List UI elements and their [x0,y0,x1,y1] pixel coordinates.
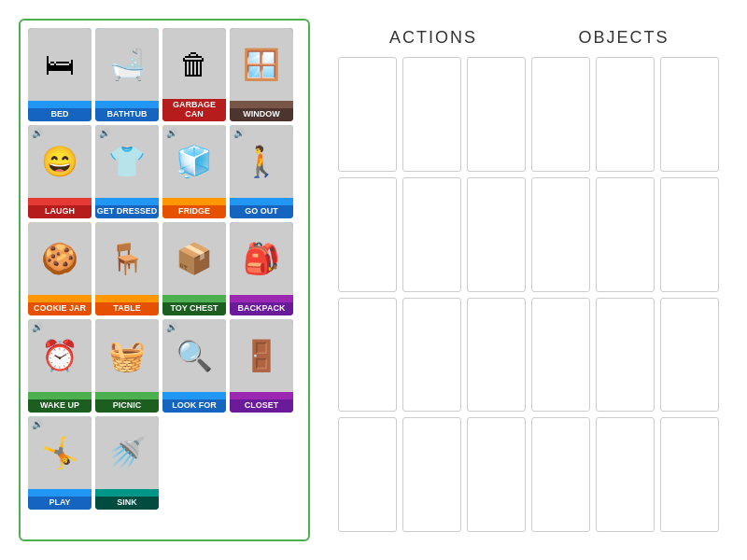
card-table[interactable]: 🪑TABLE [95,222,159,315]
drop-cell-5[interactable] [660,57,719,172]
drop-cell-10[interactable] [596,177,655,292]
card-label-wake-up: WAKE UP [28,399,92,413]
drop-cell-11[interactable] [660,177,719,292]
card-label-cookie-jar: COOKIE JAR [28,302,92,315]
drop-cell-3[interactable] [531,57,590,172]
card-label-play: PLAY [28,497,92,510]
card-bed[interactable]: 🛏BED [28,28,92,121]
card-label-bathtub: BATHTUB [95,108,159,121]
objects-header: OBJECTS [529,28,719,48]
sound-icon-go-out: 🔊 [233,128,245,138]
drop-cell-13[interactable] [402,298,461,413]
card-toy-chest[interactable]: 📦TOY CHEST [162,222,226,315]
drop-cell-15[interactable] [531,298,590,413]
card-backpack[interactable]: 🎒BACKPACK [230,222,293,315]
card-label-table: TABLE [95,302,159,315]
main-container: 🛏BED🛁BATHTUB🗑GARBAGE CAN🪟WINDOW😄🔊LAUGH👕🔊… [0,0,747,560]
column-headers: ACTIONS OBJECTS [338,28,719,48]
card-closet[interactable]: 🚪CLOSET [230,319,293,413]
card-label-toy-chest: TOY CHEST [162,302,226,315]
card-label-get-dressed: GET DRESSED [95,205,159,218]
drop-cell-20[interactable] [467,417,526,532]
drop-cell-16[interactable] [596,298,655,413]
card-label-sink: SINK [95,497,159,510]
card-laugh[interactable]: 😄🔊LAUGH [28,125,92,218]
card-look-for[interactable]: 🔍🔊LOOK FOR [162,319,226,413]
drop-cell-8[interactable] [467,177,526,292]
sound-icon-get-dressed: 🔊 [99,128,110,138]
drop-cell-12[interactable] [338,298,397,413]
right-panel: ACTIONS OBJECTS [329,19,728,541]
drop-cell-17[interactable] [660,298,719,413]
card-label-go-out: GO OUT [230,205,293,218]
card-fridge[interactable]: 🧊🔊FRIDGE [162,125,226,218]
card-get-dressed[interactable]: 👕🔊GET DRESSED [95,125,159,218]
drop-cell-7[interactable] [402,177,461,292]
card-label-window: WINDOW [230,108,293,121]
card-grid: 🛏BED🛁BATHTUB🗑GARBAGE CAN🪟WINDOW😄🔊LAUGH👕🔊… [19,19,310,541]
card-wake-up[interactable]: ⏰🔊WAKE UP [28,319,92,413]
drop-cell-14[interactable] [467,298,526,413]
drop-cell-23[interactable] [660,417,719,532]
card-garbage-can[interactable]: 🗑GARBAGE CAN [162,28,226,121]
card-label-closet: CLOSET [230,399,293,413]
drop-cell-22[interactable] [596,417,655,532]
drop-cell-18[interactable] [338,417,397,532]
sound-icon-play: 🔊 [32,419,43,429]
drop-cell-2[interactable] [467,57,526,172]
card-label-garbage-can: GARBAGE CAN [162,99,226,121]
card-sink[interactable]: 🚿SINK [95,416,159,510]
card-window[interactable]: 🪟WINDOW [230,28,293,121]
card-picnic[interactable]: 🧺PICNIC [95,319,159,413]
card-cookie-jar[interactable]: 🍪COOKIE JAR [28,222,92,315]
card-go-out[interactable]: 🚶🔊GO OUT [230,125,293,218]
card-label-laugh: LAUGH [28,205,92,218]
card-label-bed: BED [28,108,92,121]
drop-cell-9[interactable] [531,177,590,292]
drop-cell-21[interactable] [531,417,590,532]
sound-icon-laugh: 🔊 [32,128,43,138]
sound-icon-wake-up: 🔊 [32,322,43,332]
card-label-fridge: FRIDGE [162,205,226,218]
card-label-look-for: LOOK FOR [162,399,226,413]
card-play[interactable]: 🤸🔊PLAY [28,416,92,510]
sound-icon-look-for: 🔊 [166,322,177,332]
drop-cell-0[interactable] [338,57,397,172]
actions-header: ACTIONS [338,28,529,48]
card-bathtub[interactable]: 🛁BATHTUB [95,28,159,121]
drop-cell-19[interactable] [402,417,461,532]
drop-grid [338,57,719,532]
drop-cell-1[interactable] [402,57,461,172]
card-label-picnic: PICNIC [95,399,159,413]
drop-cell-4[interactable] [596,57,655,172]
sound-icon-fridge: 🔊 [166,128,177,138]
drop-cell-6[interactable] [338,177,397,292]
card-label-backpack: BACKPACK [230,302,293,315]
